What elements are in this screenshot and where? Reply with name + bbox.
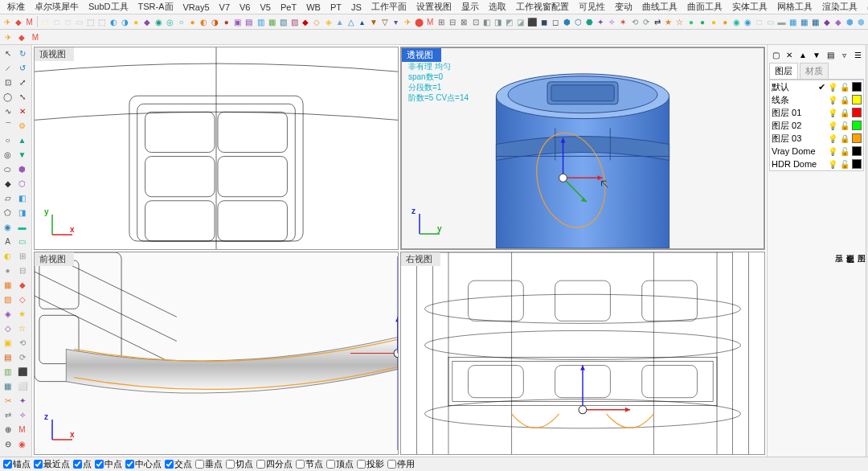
toolbar-button[interactable]: △ [346, 15, 356, 28]
osnap-option[interactable]: 节点 [296, 458, 323, 470]
viewport-perspective[interactable]: 透视图 非有理 均匀span数=0 分段数=1阶数=5 CV点=14 [400, 47, 765, 250]
toolbar-button[interactable]: ◆ [13, 15, 23, 28]
osnap-checkbox[interactable] [34, 460, 43, 469]
toolbar-button[interactable]: ⊡ [470, 15, 481, 28]
menu-item[interactable]: 标准 [2, 0, 30, 14]
osnap-option[interactable]: 四分点 [256, 458, 293, 470]
tool-button[interactable]: ☆ [15, 322, 29, 335]
tool-button[interactable]: ▧ [1, 293, 14, 306]
osnap-checkbox[interactable] [95, 460, 104, 469]
osnap-checkbox[interactable] [357, 460, 366, 469]
toolbar-button[interactable]: ✶ [618, 15, 628, 28]
menu-item[interactable]: VRay5 [178, 2, 215, 13]
toolbar-button[interactable]: ● [720, 15, 731, 28]
tool-button[interactable]: ⬡ [15, 177, 29, 190]
toolbar-button[interactable]: ▥ [256, 15, 266, 28]
tool-button[interactable]: ∿ [1, 104, 14, 118]
menu-item[interactable]: 网格工具 [772, 0, 817, 14]
toolbar-button[interactable]: □ [40, 15, 51, 28]
toolbar-button[interactable]: ▤ [244, 15, 254, 28]
osnap-checkbox[interactable] [296, 460, 305, 469]
toolbar-button[interactable]: ○ [176, 15, 186, 28]
tool-button[interactable]: ◉ [1, 220, 14, 234]
osnap-checkbox[interactable] [195, 460, 204, 469]
osnap-checkbox[interactable] [125, 460, 134, 469]
menu-item[interactable]: JS [346, 2, 366, 13]
tool-button[interactable]: ◇ [15, 293, 29, 306]
toolbar-button[interactable]: ⟲ [629, 15, 640, 28]
menu-item[interactable]: TSR-A面 [133, 0, 178, 14]
viewport-front[interactable]: 前视图 zx [34, 252, 399, 455]
toolbar-button[interactable]: ● [686, 15, 696, 28]
toolbar-button[interactable]: ⬢ [562, 15, 572, 28]
toolbar-button[interactable]: ⊟ [448, 15, 458, 28]
panel-tool-button[interactable]: ▲ [796, 48, 809, 61]
toolbar-button[interactable]: ● [697, 15, 707, 28]
toolbar-button[interactable]: ✦ [596, 15, 606, 28]
menu-item[interactable]: 曲面工具 [682, 0, 727, 14]
menu-item[interactable]: 设置视图 [411, 0, 457, 14]
viewport-title[interactable]: 前视图 [35, 252, 74, 266]
toolbar-button[interactable]: ⟳ [641, 15, 651, 28]
osnap-checkbox[interactable] [326, 460, 335, 469]
toolbar-button[interactable]: ▦ [799, 15, 809, 28]
toolbar-button[interactable]: ▣ [232, 15, 243, 28]
toolbar-button[interactable]: □ [754, 15, 764, 28]
osnap-option[interactable]: 最近点 [34, 458, 70, 470]
tool-button[interactable]: ▼ [15, 148, 29, 162]
tool-button[interactable]: M [15, 423, 29, 436]
toolbar-button[interactable]: M [425, 15, 436, 28]
toolbar-button[interactable]: ◆ [142, 15, 153, 28]
toolbar-button[interactable]: ▴ [357, 15, 367, 28]
tool-button[interactable]: ⬛ [15, 365, 29, 379]
toolbar-button[interactable]: ✈ [2, 15, 12, 28]
toolbar-button[interactable]: ⬢ [845, 15, 855, 28]
osnap-option[interactable]: 切点 [226, 458, 253, 470]
tool-button[interactable]: ◨ [15, 206, 29, 219]
toolbar-button[interactable]: ⬚ [85, 15, 96, 28]
tool-button[interactable]: ⊕ [1, 423, 14, 436]
tool-button[interactable]: ▱ [1, 191, 14, 205]
viewport-title[interactable]: 顶视图 [35, 47, 74, 61]
toolbar-button[interactable]: ✈ [2, 31, 14, 43]
side-tab[interactable]: 记念面板 [844, 48, 855, 448]
toolbar-button[interactable]: ◼ [538, 15, 549, 28]
toolbar-button[interactable]: ▼ [368, 15, 379, 28]
tool-button[interactable]: ▬ [15, 220, 29, 234]
menu-item[interactable]: PeT [276, 2, 301, 13]
tool-button[interactable]: ▣ [1, 336, 14, 350]
tool-button[interactable]: ↺ [15, 61, 29, 75]
tool-button[interactable]: ◐ [1, 249, 14, 263]
toolbar-button[interactable]: ▨ [289, 15, 300, 28]
tool-button[interactable]: ○ [1, 133, 14, 147]
toolbar-button[interactable]: ◎ [165, 15, 175, 28]
menu-item[interactable]: PT [326, 2, 346, 13]
tool-button[interactable]: ✂ [1, 394, 14, 408]
menu-item[interactable]: 显示 [457, 0, 484, 14]
toolbar-button[interactable]: ⬢ [856, 15, 866, 28]
tool-button[interactable]: ⟋ [1, 61, 14, 75]
menu-item[interactable]: 可见性 [574, 0, 610, 14]
toolbar-button[interactable]: ◧ [481, 15, 492, 28]
tool-button[interactable]: ↻ [15, 47, 29, 60]
toolbar-button[interactable]: ◪ [515, 15, 526, 28]
tool-button[interactable]: ▤ [1, 350, 14, 364]
toolbar-button[interactable]: ◑ [210, 15, 220, 28]
tool-button[interactable]: ⌒ [1, 119, 14, 133]
toolbar-button[interactable]: ◆ [301, 15, 311, 28]
toolbar-button[interactable]: ⊞ [436, 15, 447, 28]
viewport-top[interactable]: 顶视图 yx [34, 47, 399, 250]
toolbar-button[interactable]: ▲ [334, 15, 345, 28]
tool-button[interactable]: ⬜ [15, 379, 29, 393]
tool-button[interactable]: ◎ [1, 148, 14, 162]
tool-button[interactable]: ◉ [15, 437, 29, 451]
osnap-checkbox[interactable] [387, 460, 396, 469]
toolbar-button[interactable]: ◨ [493, 15, 503, 28]
menu-item[interactable]: 工作平面 [366, 0, 411, 14]
tool-button[interactable]: ▭ [15, 235, 29, 248]
osnap-checkbox[interactable] [165, 460, 174, 469]
toolbar-button[interactable]: ◇ [312, 15, 322, 28]
toolbar-button[interactable]: ◉ [743, 15, 753, 28]
menu-item[interactable]: SubD工具 [84, 0, 133, 14]
tool-button[interactable]: ⤡ [15, 90, 29, 104]
